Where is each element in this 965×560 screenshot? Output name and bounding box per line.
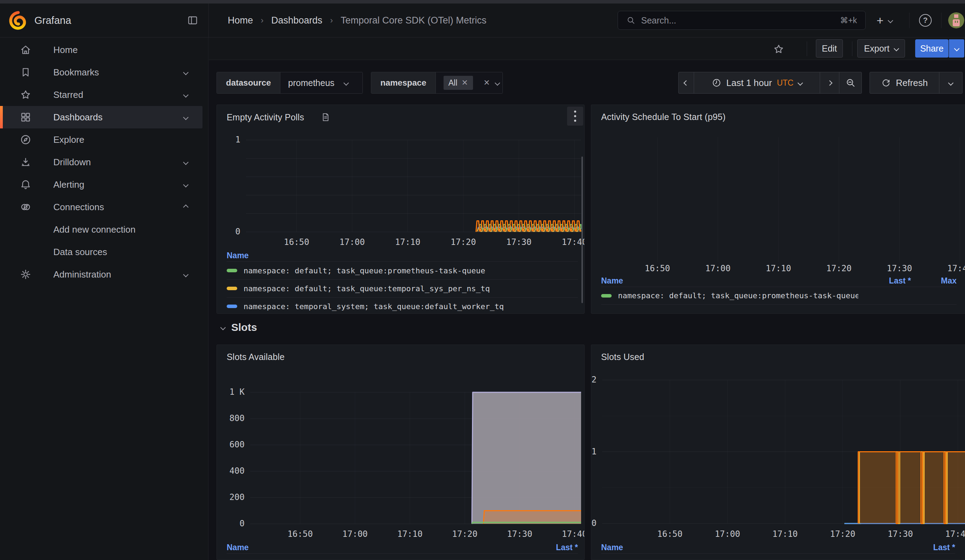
svg-text:17:10: 17:10 xyxy=(395,237,420,247)
series-color-pill[interactable] xyxy=(601,294,612,297)
legend-row[interactable]: namespace: default; task_queue:prometheu… xyxy=(227,261,578,279)
legend-column-last[interactable]: Last * xyxy=(858,276,911,286)
help-button[interactable]: ? xyxy=(919,3,932,37)
row-slots[interactable]: Slots xyxy=(221,322,257,333)
sidebar-item-icon xyxy=(20,134,31,145)
series-label: namespace: default; task_queue:prometheu… xyxy=(244,266,578,275)
legend-column-name[interactable]: Name xyxy=(601,543,903,552)
chevron-icon[interactable] xyxy=(183,182,189,188)
chevron-down-icon xyxy=(888,18,893,23)
legend-column-name[interactable]: Name xyxy=(601,276,858,286)
series-color-pill[interactable] xyxy=(227,269,237,272)
panel-activity-schedule-to-start: Activity Schedule To Start (p95) 16:5017… xyxy=(591,104,965,314)
namespace-variable-control: namespace All ✕ ✕ xyxy=(371,72,503,94)
user-avatar[interactable] xyxy=(948,12,964,28)
svg-text:17:20: 17:20 xyxy=(826,263,852,273)
legend-row[interactable]: namespace: default; task_queue:prometheu… xyxy=(601,287,957,305)
breadcrumb-home[interactable]: Home xyxy=(228,15,253,26)
legend-column-max[interactable]: Max xyxy=(911,276,957,286)
sidebar-item-dashboards[interactable]: Dashboards xyxy=(0,106,203,129)
svg-text:17:00: 17:00 xyxy=(342,529,368,539)
time-shift-forward-button[interactable] xyxy=(820,72,839,93)
sidebar-item-icon xyxy=(20,268,31,280)
sidebar-item-starred[interactable]: Starred xyxy=(0,83,203,106)
chart-legend: NameLast *Maxnamespace: default; task_qu… xyxy=(601,275,957,305)
chevron-icon[interactable] xyxy=(183,92,189,98)
timeseries-chart[interactable]: 01216:5017:0017:1017:2017:3017:40 xyxy=(591,345,965,560)
time-range-picker[interactable]: Last 1 hour UTC xyxy=(694,72,820,93)
svg-text:0: 0 xyxy=(240,519,245,528)
sidebar-item-label: Connections xyxy=(53,202,104,213)
time-shift-back-button[interactable] xyxy=(679,72,694,93)
chevron-icon[interactable] xyxy=(183,70,189,75)
timeseries-chart[interactable]: 02004006008001 K16:5017:0017:1017:2017:3… xyxy=(217,345,584,560)
series-color-pill[interactable] xyxy=(227,305,237,308)
legend-column-name[interactable]: Name xyxy=(227,543,525,552)
chevron-icon[interactable] xyxy=(183,204,189,210)
search-input[interactable] xyxy=(641,15,834,26)
topbar-divider xyxy=(909,13,909,28)
sidebar-item-icon xyxy=(20,66,31,78)
breadcrumb-dashboards[interactable]: Dashboards xyxy=(271,15,322,26)
svg-text:17:00: 17:00 xyxy=(705,263,731,273)
legend-column-name[interactable]: Name xyxy=(227,251,578,260)
clock-icon xyxy=(711,78,721,88)
refresh-interval-dropdown[interactable] xyxy=(939,72,962,93)
clear-all-icon[interactable]: ✕ xyxy=(484,79,490,87)
panel-slots-available: Slots Available 02004006008001 K16:5017:… xyxy=(216,344,585,560)
legend-row[interactable]: namespace: default; task_queue:prometheu… xyxy=(601,553,955,560)
namespace-select[interactable]: All ✕ ✕ xyxy=(436,72,503,93)
time-zoom-out-button[interactable] xyxy=(839,72,862,93)
chip-remove-icon[interactable]: ✕ xyxy=(461,79,468,87)
new-menu-button[interactable]: + xyxy=(877,3,892,37)
refresh-button[interactable]: Refresh xyxy=(870,72,939,93)
chevron-icon[interactable] xyxy=(183,159,189,165)
search-icon xyxy=(626,16,636,25)
breadcrumb-separator: › xyxy=(330,15,333,25)
legend-scrollbar[interactable] xyxy=(581,157,583,303)
grafana-logo-icon[interactable] xyxy=(8,11,28,30)
legend-row[interactable]: namespace: default; task_queue:prometheu… xyxy=(227,553,578,560)
sidebar-item-bookmarks[interactable]: Bookmarks xyxy=(0,61,203,83)
svg-text:17:00: 17:00 xyxy=(339,237,365,247)
chart-legend: NameLast *namespace: default; task_queue… xyxy=(601,541,955,560)
edit-button[interactable]: Edit xyxy=(816,39,843,57)
namespace-chip-all[interactable]: All ✕ xyxy=(443,76,473,90)
sidebar-item-administration[interactable]: Administration xyxy=(0,263,203,286)
export-button[interactable]: Export xyxy=(857,39,905,57)
sidebar-item-alerting[interactable]: Alerting xyxy=(0,173,203,196)
sidebar-item-explore[interactable]: Explore xyxy=(0,129,203,151)
chevron-down-icon xyxy=(893,46,899,51)
chevron-icon[interactable] xyxy=(183,272,189,277)
window-top-strip xyxy=(0,0,965,3)
mega-menu-toggle[interactable] xyxy=(186,15,199,26)
sidebar-item-add-new-connection[interactable]: Add new connection xyxy=(0,218,203,241)
topbar-divider xyxy=(208,3,209,37)
svg-text:1: 1 xyxy=(236,135,240,145)
timezone-label: UTC xyxy=(777,78,793,88)
svg-text:400: 400 xyxy=(229,466,245,476)
sidebar: Home Bookmarks Starred Dashboards Explor… xyxy=(0,38,208,560)
search-input-wrapper[interactable]: ⌘+k xyxy=(618,11,866,30)
sidebar-item-drilldown[interactable]: Drilldown xyxy=(0,151,203,173)
legend-column-last[interactable]: Last * xyxy=(525,543,578,552)
series-label: namespace: temporal_system; task_queue:d… xyxy=(244,302,578,311)
svg-text:17:40: 17:40 xyxy=(947,263,965,273)
sidebar-item-label: Dashboards xyxy=(53,112,103,123)
star-dashboard-button[interactable] xyxy=(773,43,785,55)
share-button[interactable]: Share xyxy=(915,39,949,57)
sidebar-item-data-sources[interactable]: Data sources xyxy=(0,241,203,263)
chevron-down-icon xyxy=(495,80,500,86)
legend-row[interactable]: namespace: default; task_queue:temporal_… xyxy=(227,279,578,297)
legend-row[interactable]: namespace: temporal_system; task_queue:d… xyxy=(227,297,578,314)
sidebar-item-label: Starred xyxy=(53,90,83,100)
series-color-pill[interactable] xyxy=(227,287,237,290)
legend-column-last[interactable]: Last * xyxy=(903,543,955,552)
share-dropdown-button[interactable] xyxy=(949,39,964,57)
chevron-icon[interactable] xyxy=(183,114,189,120)
datasource-select[interactable]: prometheus xyxy=(280,72,363,93)
sidebar-item-connections[interactable]: Connections xyxy=(0,196,203,218)
svg-text:17:30: 17:30 xyxy=(887,263,912,273)
sidebar-item-label: Alerting xyxy=(53,179,84,190)
sidebar-item-home[interactable]: Home xyxy=(0,39,203,61)
